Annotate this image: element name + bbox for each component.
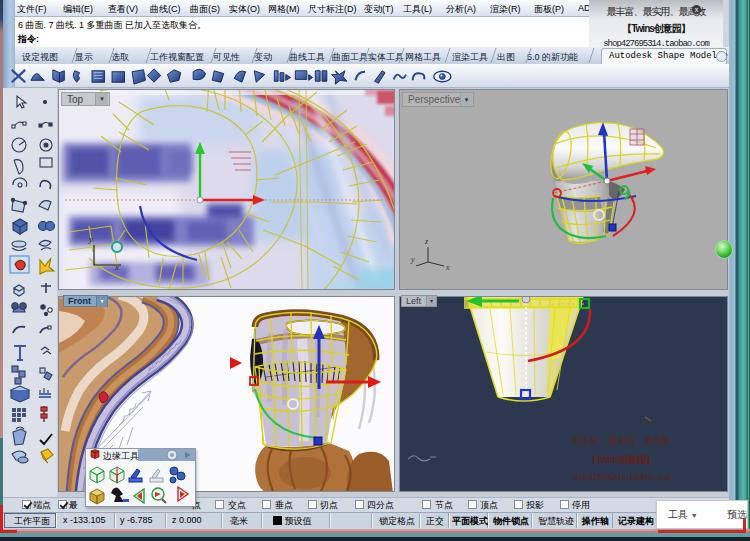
svg-text:shop427695314.taobao.com: shop427695314.taobao.com bbox=[572, 473, 671, 483]
svg-text:y: y bbox=[88, 234, 93, 244]
svg-text:x: x bbox=[114, 262, 119, 272]
svg-text:z: z bbox=[424, 237, 429, 246]
svg-text:最丰富、最实用、最高效: 最丰富、最实用、最高效 bbox=[572, 435, 672, 446]
svg-text:【Twins创意园】: 【Twins创意园】 bbox=[587, 454, 655, 465]
svg-text:x: x bbox=[445, 263, 450, 272]
svg-text:边缘工具: 边缘工具 bbox=[103, 451, 139, 461]
svg-text:y: y bbox=[410, 255, 415, 264]
